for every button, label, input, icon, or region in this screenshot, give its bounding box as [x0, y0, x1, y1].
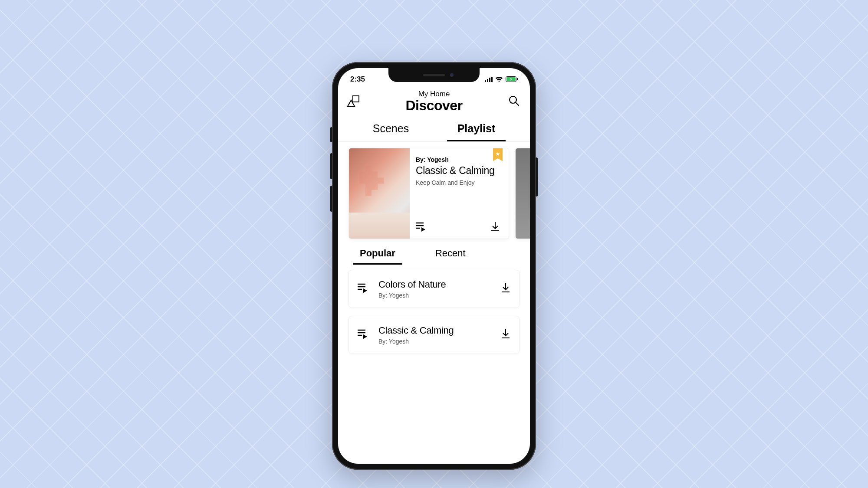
phone-mute-switch [330, 127, 332, 142]
main-tabs: Scenes Playlist [338, 116, 530, 142]
screen: 2:35 My Home Disc [338, 68, 530, 464]
svg-rect-3 [491, 77, 493, 82]
list-item-title: Classic & Calming [378, 325, 490, 336]
playlist-list: Colors of Nature By: Yogesh Classic & Ca… [338, 265, 530, 359]
battery-charging-icon [506, 76, 518, 82]
svg-line-9 [516, 102, 519, 105]
phone-notch [388, 68, 480, 82]
phone-volume-up [330, 153, 332, 179]
search-icon[interactable] [508, 95, 519, 108]
featured-author: By: Yogesh [416, 156, 503, 163]
app-header: My Home Discover [338, 87, 530, 116]
download-icon[interactable] [501, 283, 510, 295]
playlist-queue-icon[interactable] [358, 329, 368, 341]
list-item-author: By: Yogesh [378, 292, 490, 299]
shapes-icon[interactable] [347, 95, 360, 110]
header-subtitle: My Home [347, 90, 521, 98]
sub-tabs: Popular Recent [338, 245, 530, 265]
subtab-recent[interactable]: Recent [428, 248, 473, 265]
list-item[interactable]: Colors of Nature By: Yogesh [349, 270, 519, 308]
featured-image [349, 148, 410, 239]
wifi-icon [495, 76, 503, 82]
phone-power-button [536, 157, 538, 197]
download-icon[interactable] [501, 329, 510, 341]
playlist-queue-icon[interactable] [358, 283, 368, 295]
playlist-queue-icon[interactable] [416, 222, 426, 233]
featured-title: Classic & Calming [416, 165, 503, 177]
featured-carousel[interactable]: By: Yogesh Classic & Calming Keep Calm a… [338, 142, 530, 245]
featured-card-next-peek[interactable] [515, 148, 530, 239]
featured-card[interactable]: By: Yogesh Classic & Calming Keep Calm a… [349, 148, 509, 239]
list-item[interactable]: Classic & Calming By: Yogesh [349, 316, 519, 354]
tab-playlist[interactable]: Playlist [447, 122, 506, 141]
svg-rect-1 [487, 79, 488, 82]
tab-scenes[interactable]: Scenes [362, 122, 419, 141]
status-time: 2:35 [350, 75, 365, 84]
subtab-popular[interactable]: Popular [353, 248, 402, 265]
page-title: Discover [347, 98, 521, 114]
list-item-author: By: Yogesh [378, 338, 490, 345]
download-icon[interactable] [490, 222, 500, 233]
cellular-signal-icon [485, 77, 493, 82]
svg-rect-0 [485, 80, 486, 82]
phone-volume-down [330, 186, 332, 212]
svg-rect-7 [353, 96, 359, 102]
phone-frame: 2:35 My Home Disc [332, 62, 536, 470]
featured-subtitle: Keep Calm and Enjoy [416, 179, 503, 186]
svg-rect-2 [489, 78, 490, 82]
list-item-title: Colors of Nature [378, 279, 490, 290]
svg-rect-6 [517, 78, 518, 80]
